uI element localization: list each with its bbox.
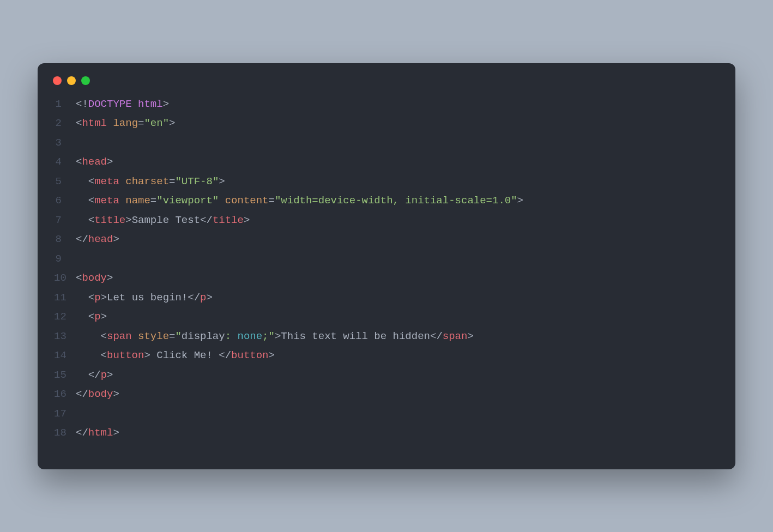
token-punct: > [113,388,119,400]
token-punct: = [269,195,275,207]
token-punct: > [467,330,473,342]
line-number: 18 [54,424,76,443]
code-area[interactable]: 1<!DOCTYPE html>2<html lang="en">34<head… [38,95,735,469]
token-tag: p [200,292,206,304]
line-number: 2 [54,114,76,134]
token-punct: > [163,98,169,110]
code-line: 16</body> [54,385,719,404]
token-punct: > [219,176,225,188]
token-cssval: none [238,330,263,342]
code-editor-window: 1<!DOCTYPE html>2<html lang="en">34<head… [38,63,735,469]
code-line: 2<html lang="en"> [54,114,719,134]
token-text [76,176,88,188]
token-punct: = [138,117,144,129]
token-string: " [175,330,181,342]
token-tag: p [94,311,100,323]
token-punct: > [517,195,523,207]
token-punct: < [101,349,107,361]
code-content: <html lang="en"> [76,114,175,134]
line-number: 1 [54,95,76,114]
token-punct: > [269,349,275,361]
code-content: <meta name="viewport" content="width=dev… [76,191,523,211]
token-tag: title [213,214,244,226]
token-punct: </ [188,292,200,304]
code-line: 12 <p> [54,307,719,327]
token-punct: > [113,427,119,439]
token-punct: > [244,214,250,226]
token-punct: < [88,311,94,323]
code-content: <p> [76,307,107,327]
token-string: ;" [262,330,275,342]
code-content: <body> [76,269,113,288]
token-punct: > [107,272,113,284]
line-number: 8 [54,230,76,250]
code-content: <p>Let us begin!</p> [76,288,213,308]
code-content: </head> [76,230,119,250]
code-content: </html> [76,424,119,443]
code-line: 14 <button> Click Me! </button> [54,346,719,366]
code-line: 9 [54,250,719,269]
token-text [119,176,125,188]
code-line: 3 [54,134,719,153]
token-text: Let us begin! [107,292,188,304]
token-punct: > [101,292,107,304]
line-number: 15 [54,366,76,385]
line-number: 5 [54,172,76,192]
token-punct: </ [219,349,231,361]
token-text [76,311,88,323]
line-number: 17 [54,404,76,424]
line-number: 6 [54,191,76,211]
token-tag: html [82,117,107,129]
token-tag: title [94,214,125,226]
token-tag: meta [94,176,119,188]
code-line: 8</head> [54,230,719,250]
code-line: 4<head> [54,153,719,172]
token-punct: </ [76,233,88,245]
code-line: 17 [54,404,719,424]
token-attr: charset [125,176,169,188]
code-line: 5 <meta charset="UTF-8"> [54,172,719,192]
token-string: "en" [144,117,169,129]
code-line: 10<body> [54,269,719,288]
token-text: Click Me! [150,349,219,361]
code-content: </body> [76,385,119,404]
token-text [76,292,88,304]
token-punct: </ [76,388,88,400]
maximize-icon[interactable] [81,76,90,85]
token-text [76,195,88,207]
close-icon[interactable] [53,76,62,85]
code-content: </p> [76,366,113,385]
token-text [76,330,101,342]
token-punct: > [107,369,113,381]
token-punct: </ [430,330,443,342]
minimize-icon[interactable] [67,76,76,85]
token-tag: meta [94,195,119,207]
token-string: "width=device-width, initial-scale=1.0" [275,195,517,207]
token-tag: head [88,233,113,245]
token-punct: = [169,176,175,188]
token-punct: < [101,330,107,342]
token-text [76,349,101,361]
code-line: 13 <span style="display: none;">This tex… [54,327,719,347]
token-punct: < [76,156,82,168]
code-content: <button> Click Me! </button> [76,346,275,366]
line-number: 14 [54,346,76,366]
token-attr: style [138,330,169,342]
line-number: 12 [54,307,76,327]
token-tag: p [101,369,107,381]
line-number: 11 [54,288,76,308]
code-content: <meta charset="UTF-8"> [76,172,225,192]
token-punct: > [169,117,175,129]
token-text [107,117,113,129]
token-string: : [225,330,238,342]
token-punct: > [206,292,212,304]
token-text [219,195,225,207]
code-line: 1<!DOCTYPE html> [54,95,719,114]
code-line: 6 <meta name="viewport" content="width=d… [54,191,719,211]
token-punct: > [101,311,107,323]
line-number: 10 [54,269,76,288]
code-content: <span style="display: none;">This text w… [76,327,474,347]
code-content: <title>Sample Test</title> [76,211,250,231]
token-attr: name [125,195,150,207]
token-punct: < [88,195,94,207]
